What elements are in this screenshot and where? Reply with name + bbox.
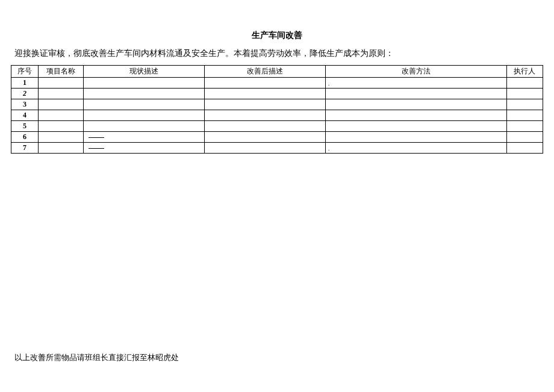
cell-current xyxy=(84,78,205,89)
cell-method: . xyxy=(325,78,506,89)
cell-method xyxy=(325,121,506,132)
cell-seq: 4 xyxy=(11,110,39,121)
improvement-table: 序号 项目名称 现状描述 改善后描述 改善方法 执行人 1.234567. xyxy=(11,65,543,154)
cell-executor xyxy=(506,78,543,89)
table-row: 2 xyxy=(11,89,543,99)
cell-seq: 3 xyxy=(11,99,39,110)
cell-after xyxy=(205,110,326,121)
cell-name xyxy=(39,89,84,99)
cell-current xyxy=(84,110,205,121)
cell-executor xyxy=(506,99,543,110)
cell-after xyxy=(205,89,326,99)
header-current: 现状描述 xyxy=(84,66,205,78)
table-row: 5 xyxy=(11,121,543,132)
cell-after xyxy=(205,132,326,143)
cell-seq: 5 xyxy=(11,121,39,132)
cell-name xyxy=(39,143,84,154)
cell-name xyxy=(39,99,84,110)
intro-text: 迎接换证审核，彻底改善生产车间内材料流通及安全生产。本着提高劳动效率，降低生产成… xyxy=(11,48,543,65)
cell-method: . xyxy=(325,143,506,154)
cell-current xyxy=(84,89,205,99)
table-row: 1. xyxy=(11,78,543,89)
header-name: 项目名称 xyxy=(39,66,84,78)
cell-method xyxy=(325,89,506,99)
cell-name xyxy=(39,132,84,143)
cell-seq: 2 xyxy=(11,89,39,99)
cell-method xyxy=(325,132,506,143)
cell-executor xyxy=(506,89,543,99)
table-header-row: 序号 项目名称 现状描述 改善后描述 改善方法 执行人 xyxy=(11,66,543,78)
cell-current xyxy=(84,132,205,143)
cell-current xyxy=(84,143,205,154)
cell-after xyxy=(205,99,326,110)
cell-current xyxy=(84,99,205,110)
cell-seq: 7 xyxy=(11,143,39,154)
header-seq: 序号 xyxy=(11,66,39,78)
cell-executor xyxy=(506,143,543,154)
cell-name xyxy=(39,121,84,132)
cell-seq: 6 xyxy=(11,132,39,143)
footer-note: 以上改善所需物品请班组长直接汇报至林昭虎处 xyxy=(14,352,179,363)
cell-after xyxy=(205,143,326,154)
table-row: 6 xyxy=(11,132,543,143)
cell-method xyxy=(325,99,506,110)
cell-executor xyxy=(506,132,543,143)
header-method: 改善方法 xyxy=(325,66,506,78)
cell-after xyxy=(205,121,326,132)
cell-after xyxy=(205,78,326,89)
cell-executor xyxy=(506,110,543,121)
cell-method xyxy=(325,110,506,121)
cell-executor xyxy=(506,121,543,132)
cell-current xyxy=(84,121,205,132)
table-row: 7. xyxy=(11,143,543,154)
table-row: 3 xyxy=(11,99,543,110)
page-title: 生产车间改善 xyxy=(11,0,543,48)
table-row: 4 xyxy=(11,110,543,121)
cell-name xyxy=(39,110,84,121)
cell-seq: 1 xyxy=(11,78,39,89)
cell-name xyxy=(39,78,84,89)
header-after: 改善后描述 xyxy=(205,66,326,78)
header-executor: 执行人 xyxy=(506,66,543,78)
